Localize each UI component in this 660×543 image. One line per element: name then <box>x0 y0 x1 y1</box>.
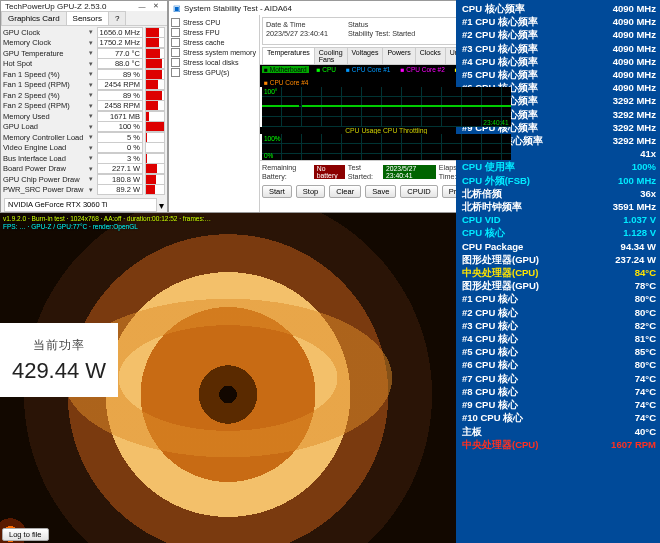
tree-node[interactable]: Stress cache <box>171 37 257 47</box>
chevron-down-icon[interactable]: ▾ <box>89 91 97 99</box>
tab-graphics-card[interactable]: Graphics Card <box>1 11 67 25</box>
subtab-temperatures[interactable]: Temperatures <box>262 47 315 64</box>
tab-about[interactable]: ? <box>108 11 126 25</box>
legend-item[interactable]: ■ CPU Core #4 <box>262 79 310 86</box>
monitor-icon: ▣ <box>173 4 181 13</box>
sensor-label: Fan 1 Speed (RPM) <box>3 80 89 89</box>
subtab-voltages[interactable]: Voltages <box>347 47 384 64</box>
sensor-value: 77.0 °C <box>97 48 143 59</box>
hw-monitor-panel: CPU 核心频率4090 MHz#1 CPU 核心频率4090 MHz#2 CP… <box>456 0 660 543</box>
stat-key: 北桥时钟频率 <box>462 200 522 213</box>
chevron-down-icon[interactable]: ▾ <box>89 154 97 162</box>
stat-key: 主板 <box>462 425 482 438</box>
legend-item[interactable]: ■ CPU <box>315 66 338 73</box>
chevron-down-icon[interactable]: ▾ <box>89 186 97 194</box>
chevron-down-icon[interactable]: ▾ <box>89 175 97 183</box>
sensor-value: 88.0 °C <box>97 58 143 69</box>
sensor-label: Video Engine Load <box>3 143 89 152</box>
stat-key: #4 CPU 核心 <box>462 332 518 345</box>
chevron-down-icon[interactable]: ▾ <box>159 200 164 211</box>
tree-node[interactable]: Stress local disks <box>171 57 257 67</box>
start-button[interactable]: Start <box>262 185 292 198</box>
stat-row: #5 CPU 核心85°C <box>462 345 656 358</box>
stat-key: #7 CPU 核心 <box>462 372 518 385</box>
sensor-value: 1671 MB <box>97 111 143 122</box>
stat-row: #8 CPU 核心74°C <box>462 385 656 398</box>
checkbox-icon[interactable] <box>171 48 180 57</box>
legend-item[interactable]: ■ CPU Core #1 <box>344 66 392 73</box>
chevron-down-icon[interactable]: ▾ <box>89 70 97 78</box>
subtab-clocks[interactable]: Clocks <box>415 47 446 64</box>
sensor-value: 180.8 W <box>97 174 143 185</box>
minimize-icon[interactable]: — <box>135 1 149 11</box>
chevron-down-icon[interactable]: ▾ <box>89 102 97 110</box>
log-to-file-button[interactable]: Log to file <box>2 528 49 541</box>
sensor-bar <box>145 27 165 38</box>
sensor-label: Board Power Draw <box>3 164 89 173</box>
checkbox-icon[interactable] <box>171 58 180 67</box>
legend-item[interactable]: ■ Motherboard <box>262 66 309 73</box>
sensor-label: Fan 2 Speed (%) <box>3 91 89 100</box>
tree-node[interactable]: Stress GPU(s) <box>171 67 257 77</box>
sensor-label: GPU Temperature <box>3 49 89 58</box>
cpuid-button[interactable]: CPUID <box>400 185 437 198</box>
sensor-label: Memory Clock <box>3 38 89 47</box>
gpuz-titlebar[interactable]: TechPowerUp GPU-Z 2.53.0 — ✕ <box>1 1 167 11</box>
stat-row: #3 CPU 核心频率4090 MHz <box>462 42 656 55</box>
sensor-row: GPU Load▾100 % <box>3 122 165 133</box>
stop-button[interactable]: Stop <box>296 185 325 198</box>
stat-value: 81°C <box>635 332 656 345</box>
chevron-down-icon[interactable]: ▾ <box>89 144 97 152</box>
sensor-bar <box>145 132 165 143</box>
stat-value: 74°C <box>635 411 656 424</box>
stat-value: 4090 MHz <box>613 42 656 55</box>
chevron-down-icon[interactable]: ▾ <box>89 112 97 120</box>
stat-key: CPU Package <box>462 240 523 253</box>
chevron-down-icon[interactable]: ▾ <box>89 28 97 36</box>
save-button[interactable]: Save <box>365 185 396 198</box>
sensor-bar <box>145 184 165 195</box>
subtab-powers[interactable]: Powers <box>382 47 415 64</box>
stat-row: #1 CPU 核心频率4090 MHz <box>462 15 656 28</box>
stat-row: #6 CPU 核心80°C <box>462 358 656 371</box>
tree-node[interactable]: Stress system memory <box>171 47 257 57</box>
chevron-down-icon[interactable]: ▾ <box>89 60 97 68</box>
sensor-bar <box>145 90 165 101</box>
chevron-down-icon[interactable]: ▾ <box>89 81 97 89</box>
sensor-row: Fan 1 Speed (%)▾89 % <box>3 69 165 80</box>
usage-graph: 100%0% <box>262 134 511 160</box>
sensor-value: 5 % <box>97 132 143 143</box>
sensor-label: Bus Interface Load <box>3 154 89 163</box>
stat-row: #2 CPU 核心频率4090 MHz <box>462 28 656 41</box>
chevron-down-icon[interactable]: ▾ <box>89 165 97 173</box>
checkbox-icon[interactable] <box>171 38 180 47</box>
sensor-value: 3 % <box>97 153 143 164</box>
stat-value: 3292 MHz <box>613 108 656 121</box>
chevron-down-icon[interactable]: ▾ <box>89 123 97 131</box>
checkbox-icon[interactable] <box>171 28 180 37</box>
sensor-label: Fan 1 Speed (%) <box>3 70 89 79</box>
checkbox-icon[interactable] <box>171 68 180 77</box>
clear-button[interactable]: Clear <box>329 185 361 198</box>
chevron-down-icon[interactable]: ▾ <box>89 133 97 141</box>
subtab-cooling-fans[interactable]: Cooling Fans <box>314 47 348 64</box>
tree-node[interactable]: Stress CPU <box>171 17 257 27</box>
gpu-model[interactable]: NVIDIA GeForce RTX 3060 Ti <box>4 198 157 212</box>
chevron-down-icon[interactable]: ▾ <box>89 49 97 57</box>
chevron-down-icon[interactable]: ▾ <box>89 39 97 47</box>
sensor-bar <box>145 121 165 132</box>
sensor-label: GPU Clock <box>3 28 89 37</box>
stat-value: 84°C <box>635 266 656 279</box>
checkbox-icon[interactable] <box>171 18 180 27</box>
stat-value: 3292 MHz <box>613 134 656 147</box>
sensor-bar <box>145 48 165 59</box>
sensor-bar <box>145 100 165 111</box>
close-icon[interactable]: ✕ <box>149 1 163 11</box>
legend-item[interactable]: ■ CPU Core #2 <box>398 66 446 73</box>
status-value: Stability Test: Started <box>348 29 415 38</box>
stat-key: #6 CPU 核心 <box>462 358 518 371</box>
sensor-label: PWR_SRC Power Draw <box>3 185 89 194</box>
tab-sensors[interactable]: Sensors <box>66 11 109 25</box>
sensor-bar <box>145 163 165 174</box>
tree-node[interactable]: Stress FPU <box>171 27 257 37</box>
